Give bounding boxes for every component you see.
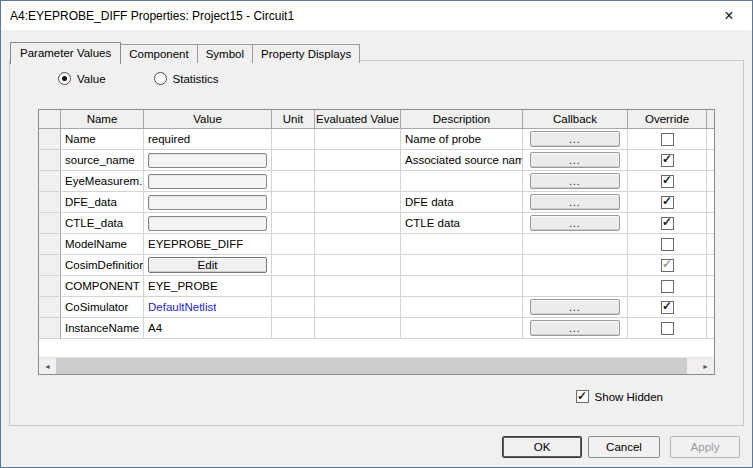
table-body: NamerequiredName of probe...source_nameA… bbox=[39, 129, 714, 339]
horizontal-scrollbar[interactable]: ◄ ► bbox=[39, 357, 714, 374]
param-callback-cell bbox=[523, 234, 628, 255]
callback-button[interactable]: ... bbox=[530, 173, 620, 189]
param-value-cell: required bbox=[144, 129, 272, 150]
scroll-left-button[interactable]: ◄ bbox=[39, 358, 56, 374]
param-value-cell: A4 bbox=[144, 318, 272, 339]
close-button[interactable]: × bbox=[706, 1, 752, 30]
override-checkbox[interactable]: ✓ bbox=[661, 196, 674, 209]
row-selector[interactable] bbox=[39, 150, 61, 171]
table-header-row: NameValueUnitEvaluated ValueDescriptionC… bbox=[39, 110, 714, 129]
row-filler bbox=[707, 150, 715, 171]
header-cell-name: Name bbox=[61, 110, 144, 129]
row-selector[interactable] bbox=[39, 255, 61, 276]
callback-button[interactable]: ... bbox=[530, 215, 620, 231]
radio-button-icon bbox=[154, 72, 167, 85]
override-checkbox[interactable] bbox=[661, 238, 674, 251]
row-filler bbox=[707, 192, 715, 213]
override-checkbox[interactable]: ✓ bbox=[661, 259, 674, 272]
close-icon: × bbox=[724, 8, 733, 24]
row-selector[interactable] bbox=[39, 129, 61, 150]
row-selector[interactable] bbox=[39, 234, 61, 255]
cancel-button[interactable]: Cancel bbox=[588, 436, 660, 458]
radio-value[interactable]: Value bbox=[58, 72, 106, 85]
param-override-cell bbox=[628, 234, 707, 255]
param-value-cell: DefaultNetlist bbox=[144, 297, 272, 318]
callback-button[interactable]: ... bbox=[530, 131, 620, 147]
param-evaluated-value bbox=[315, 192, 401, 213]
radio-label: Value bbox=[77, 73, 106, 85]
param-name: Name bbox=[61, 129, 144, 150]
header-cell-override: Override bbox=[628, 110, 707, 129]
param-evaluated-value bbox=[315, 129, 401, 150]
row-selector[interactable] bbox=[39, 297, 61, 318]
param-callback-cell: ... bbox=[523, 150, 628, 171]
show-hidden-checkbox[interactable]: ✓ Show Hidden bbox=[576, 390, 663, 403]
override-checkbox[interactable]: ✓ bbox=[661, 154, 674, 167]
properties-dialog: A4:EYEPROBE_DIFF Properties: Project15 -… bbox=[0, 0, 753, 468]
radio-statistics[interactable]: Statistics bbox=[154, 72, 219, 85]
tab-component[interactable]: Component bbox=[120, 44, 197, 63]
row-selector[interactable] bbox=[39, 318, 61, 339]
parameter-table: NameValueUnitEvaluated ValueDescriptionC… bbox=[38, 109, 715, 375]
tab-property-displays[interactable]: Property Displays bbox=[252, 44, 360, 63]
check-icon: ✓ bbox=[662, 195, 672, 207]
param-description: CTLE data bbox=[401, 213, 523, 234]
row-selector[interactable] bbox=[39, 192, 61, 213]
param-value-cell: EYE_PROBE bbox=[144, 276, 272, 297]
param-value-input[interactable] bbox=[148, 216, 267, 231]
table-row: DFE_dataDFE data...✓ bbox=[39, 192, 714, 213]
scrollbar-thumb[interactable] bbox=[56, 358, 687, 374]
param-value-link[interactable]: DefaultNetlist bbox=[148, 301, 216, 313]
callback-button[interactable]: ... bbox=[530, 194, 620, 210]
apply-button[interactable]: Apply bbox=[670, 436, 740, 458]
header-cell-description: Description bbox=[401, 110, 523, 129]
scrollbar-track[interactable] bbox=[56, 358, 697, 374]
param-unit bbox=[272, 255, 315, 276]
callback-button[interactable]: ... bbox=[530, 152, 620, 168]
row-filler bbox=[707, 171, 715, 192]
check-icon: ✓ bbox=[662, 174, 672, 186]
override-checkbox[interactable]: ✓ bbox=[661, 217, 674, 230]
param-override-cell: ✓ bbox=[628, 213, 707, 234]
titlebar: A4:EYEPROBE_DIFF Properties: Project15 -… bbox=[1, 1, 752, 30]
callback-button[interactable]: ... bbox=[530, 299, 620, 315]
param-evaluated-value bbox=[315, 234, 401, 255]
ok-button[interactable]: OK bbox=[502, 436, 582, 458]
edit-button[interactable]: Edit bbox=[148, 257, 267, 273]
table-row: InstanceNameA4... bbox=[39, 318, 714, 339]
override-checkbox[interactable] bbox=[661, 280, 674, 293]
scroll-right-button[interactable]: ► bbox=[697, 358, 714, 374]
param-evaluated-value bbox=[315, 213, 401, 234]
param-evaluated-value bbox=[315, 297, 401, 318]
param-value: A4 bbox=[148, 322, 162, 334]
param-description bbox=[401, 255, 523, 276]
override-checkbox[interactable] bbox=[661, 133, 674, 146]
param-description bbox=[401, 234, 523, 255]
param-unit bbox=[272, 129, 315, 150]
param-value-input[interactable] bbox=[148, 195, 267, 210]
callback-button[interactable]: ... bbox=[530, 320, 620, 336]
header-cell-selector bbox=[39, 110, 61, 129]
radio-label: Statistics bbox=[173, 73, 219, 85]
header-cell-callback: Callback bbox=[523, 110, 628, 129]
param-name: DFE_data bbox=[61, 192, 144, 213]
param-evaluated-value bbox=[315, 255, 401, 276]
override-checkbox[interactable]: ✓ bbox=[661, 301, 674, 314]
check-icon: ✓ bbox=[662, 300, 672, 312]
row-selector[interactable] bbox=[39, 213, 61, 234]
table-row: NamerequiredName of probe... bbox=[39, 129, 714, 150]
param-override-cell: ✓ bbox=[628, 255, 707, 276]
override-checkbox[interactable]: ✓ bbox=[661, 175, 674, 188]
override-checkbox[interactable] bbox=[661, 322, 674, 335]
row-selector[interactable] bbox=[39, 171, 61, 192]
row-selector[interactable] bbox=[39, 276, 61, 297]
tab-symbol[interactable]: Symbol bbox=[197, 44, 253, 63]
param-description: Name of probe bbox=[401, 129, 523, 150]
row-filler bbox=[707, 129, 715, 150]
param-value-input[interactable] bbox=[148, 174, 267, 189]
param-name: CTLE_data bbox=[61, 213, 144, 234]
dialog-buttons: OK Cancel Apply bbox=[502, 436, 740, 458]
param-value-input[interactable] bbox=[148, 153, 267, 168]
tab-parameter-values[interactable]: Parameter Values bbox=[10, 42, 121, 64]
param-value: EYE_PROBE bbox=[148, 280, 218, 292]
